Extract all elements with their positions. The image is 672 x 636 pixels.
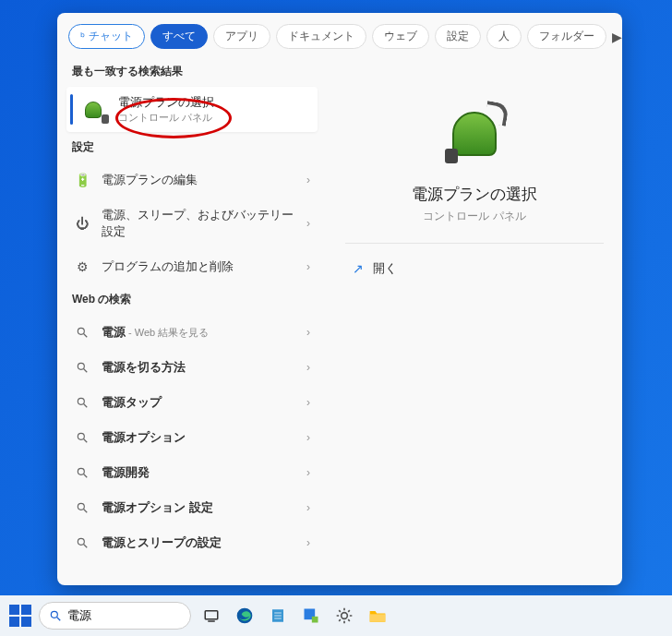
section-best-match: 最も一致する検索結果 (66, 56, 318, 87)
best-match-title: 電源プランの選択 (118, 94, 214, 111)
preview-subtitle: コントロール パネル (423, 209, 525, 224)
settings-item-label: 電源、スリープ、およびバッテリー設定 (102, 207, 295, 240)
svg-point-2 (78, 363, 84, 369)
web-item-label: 電源を切る方法 (102, 359, 295, 376)
web-item-label: 電源オプション (102, 429, 295, 446)
svg-rect-17 (208, 620, 215, 622)
section-web-search: Web の検索 (66, 284, 318, 315)
tab-chat[interactable]: ᵇ チャット (68, 24, 145, 49)
svg-line-13 (84, 545, 88, 548)
search-icon (74, 359, 90, 376)
svg-rect-24 (312, 617, 318, 623)
web-item-label: 電源タップ (102, 394, 295, 411)
tab-apps[interactable]: アプリ (213, 24, 270, 49)
power-icon: ⏻ (74, 215, 90, 232)
web-item-label: 電源 - Web 結果を見る (102, 324, 295, 341)
search-icon (74, 429, 90, 446)
tab-all[interactable]: すべて (150, 24, 208, 49)
tab-documents[interactable]: ドキュメント (276, 24, 366, 49)
gear-icon: ⚙ (74, 258, 90, 275)
tab-folders[interactable]: フォルダー (527, 24, 606, 49)
more-tabs-chevron-icon[interactable]: ▶ (612, 27, 622, 47)
taskbar-tips-icon[interactable] (298, 603, 324, 629)
chevron-right-icon: › (306, 501, 310, 514)
svg-line-5 (84, 404, 88, 408)
taskbar-edge-icon[interactable] (232, 603, 258, 629)
svg-point-25 (342, 613, 348, 619)
best-match-item[interactable]: 電源プランの選択 コントロール パネル (66, 87, 318, 132)
settings-item-add-remove[interactable]: ⚙ プログラムの追加と削除 › (66, 249, 318, 284)
action-open-label: 開く (373, 260, 397, 277)
web-search-item[interactable]: 電源オプション› (66, 420, 318, 455)
results-list: 最も一致する検索結果 電源プランの選択 コントロール パネル 設定 🔋 電源プラ… (57, 56, 327, 585)
search-icon (49, 609, 62, 622)
tab-people[interactable]: 人 (486, 24, 522, 49)
svg-point-10 (78, 503, 84, 510)
open-external-icon: ↗ (353, 261, 364, 276)
search-icon (74, 499, 90, 516)
filter-tab-bar: ᵇ チャット すべて アプリ ドキュメント ウェブ 設定 人 フォルダー ▶ ⋯… (57, 13, 622, 56)
web-search-item[interactable]: 電源とスリープの設定› (66, 525, 318, 560)
battery-icon: 🔋 (74, 172, 90, 188)
chevron-right-icon: › (306, 396, 310, 409)
divider (345, 243, 604, 244)
svg-point-6 (78, 433, 84, 439)
chevron-right-icon: › (306, 326, 310, 339)
chevron-right-icon: › (306, 536, 310, 549)
chevron-right-icon: › (306, 361, 310, 374)
svg-line-1 (84, 334, 88, 338)
start-button[interactable] (9, 605, 31, 627)
web-search-item[interactable]: 電源 - Web 結果を見る› (66, 315, 318, 350)
svg-rect-26 (370, 614, 386, 621)
best-match-subtitle: コントロール パネル (118, 111, 214, 125)
power-plan-icon (81, 96, 109, 124)
taskbar-task-view-icon[interactable] (198, 603, 224, 629)
settings-item-label: プログラムの追加と削除 (102, 258, 295, 275)
svg-point-0 (78, 328, 84, 334)
web-search-item[interactable]: 電源タップ› (66, 385, 318, 420)
svg-point-12 (78, 538, 84, 545)
svg-line-9 (84, 474, 88, 478)
taskbar (0, 595, 672, 636)
search-results-panel: ᵇ チャット すべて アプリ ドキュメント ウェブ 設定 人 フォルダー ▶ ⋯… (57, 13, 622, 585)
chevron-right-icon: › (306, 217, 310, 230)
settings-item-edit-plan[interactable]: 🔋 電源プランの編集 › (66, 162, 318, 198)
svg-point-14 (51, 611, 57, 618)
taskbar-search[interactable] (39, 602, 191, 630)
settings-item-label: 電源プランの編集 (102, 172, 295, 188)
taskbar-search-input[interactable] (67, 609, 181, 623)
taskbar-settings-icon[interactable] (331, 603, 357, 629)
search-icon (74, 394, 90, 411)
chevron-right-icon: › (306, 260, 310, 273)
taskbar-notepad-icon[interactable] (265, 603, 291, 629)
tab-settings[interactable]: 設定 (435, 24, 481, 49)
svg-line-3 (84, 369, 88, 373)
web-item-label: 電源開発 (102, 464, 295, 481)
settings-item-power-sleep[interactable]: ⏻ 電源、スリープ、およびバッテリー設定 › (66, 198, 318, 249)
preview-power-icon (438, 93, 511, 167)
web-item-label: 電源とスリープの設定 (102, 534, 295, 551)
chevron-right-icon: › (306, 431, 310, 444)
preview-pane: 電源プランの選択 コントロール パネル ↗ 開く (327, 56, 622, 585)
search-icon (74, 464, 90, 481)
preview-title: 電源プランの選択 (412, 184, 537, 205)
svg-point-8 (78, 468, 84, 474)
web-item-label: 電源オプション 設定 (102, 499, 295, 516)
taskbar-explorer-icon[interactable] (365, 603, 390, 629)
tab-web[interactable]: ウェブ (372, 24, 429, 49)
tab-chat-label: チャット (89, 29, 133, 44)
bing-chat-icon: ᵇ (80, 30, 85, 43)
chevron-right-icon: › (306, 174, 310, 186)
svg-line-15 (57, 618, 61, 621)
section-settings: 設定 (66, 132, 318, 162)
search-icon (74, 534, 90, 551)
action-open[interactable]: ↗ 開く (345, 253, 604, 284)
svg-line-11 (84, 510, 88, 513)
web-search-item[interactable]: 電源オプション 設定› (66, 490, 318, 525)
svg-point-4 (78, 398, 84, 404)
search-icon (74, 324, 90, 341)
svg-line-7 (84, 439, 88, 443)
chevron-right-icon: › (306, 466, 310, 479)
web-search-item[interactable]: 電源を切る方法› (66, 350, 318, 385)
web-search-item[interactable]: 電源開発› (66, 455, 318, 490)
